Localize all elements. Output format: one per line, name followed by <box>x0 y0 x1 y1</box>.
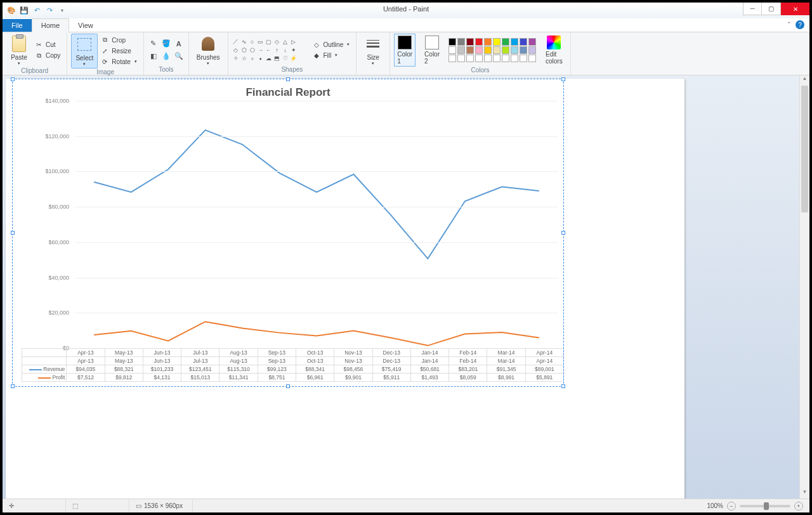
size-button[interactable]: Size ▾ <box>360 34 386 67</box>
edit-colors-icon <box>547 36 561 49</box>
fill-tool[interactable]: 🪣 <box>160 38 172 49</box>
fill-icon: ◆ <box>312 51 321 60</box>
tab-view[interactable]: View <box>69 19 102 32</box>
select-icon <box>77 38 91 51</box>
canvas-size: ▭1536 × 960px <box>129 499 193 512</box>
group-shapes: ／∿○▭▢◇△▷ ◇⬠⬡→←↑↓✦ ✧☆⬨⬧☁⬒♡⚡ ◇Outline▾ ◆Fi… <box>228 32 357 75</box>
color-swatch[interactable] <box>484 38 492 46</box>
color-swatch[interactable] <box>493 38 501 46</box>
text-tool[interactable]: A <box>173 38 185 49</box>
color-swatch-empty[interactable] <box>466 55 474 62</box>
workspace: Financial Report $0$20,000$40,000$60,000… <box>3 75 809 499</box>
zoom-controls: 100% − + <box>707 502 809 511</box>
color-swatch[interactable] <box>502 46 509 54</box>
size-icon <box>364 35 382 53</box>
color-swatch[interactable] <box>502 38 509 46</box>
tab-home[interactable]: Home <box>32 18 69 32</box>
tab-file[interactable]: File <box>3 19 32 32</box>
rotate-button[interactable]: ⟳Rotate▾ <box>98 56 139 67</box>
qat-dropdown-icon[interactable]: ▾ <box>57 6 67 16</box>
crop-button[interactable]: ⧉Crop <box>98 35 139 45</box>
selection-handle[interactable] <box>11 77 15 81</box>
color1-button[interactable]: Color 1 <box>394 34 416 67</box>
color-palette <box>449 38 537 62</box>
color-swatch-empty[interactable] <box>457 55 465 62</box>
color-swatch-empty[interactable] <box>475 55 483 62</box>
copy-button[interactable]: ⧉Copy <box>32 51 63 61</box>
ribbon-collapse-icon[interactable]: ⌃ <box>787 21 792 27</box>
pencil-tool[interactable]: ✎ <box>148 38 159 49</box>
select-button[interactable]: Select ▾ <box>71 34 98 68</box>
app-icon: 🎨 <box>6 6 16 16</box>
undo-icon[interactable]: ↶ <box>32 6 42 16</box>
quick-access-toolbar: 🎨 💾 ↶ ↷ ▾ <box>3 6 67 16</box>
color-swatch-empty[interactable] <box>502 55 509 62</box>
close-button[interactable]: ✕ <box>781 3 809 15</box>
selection-handle[interactable] <box>286 384 290 388</box>
zoom-out-button[interactable]: − <box>727 502 736 511</box>
selection-size: ⬚ <box>66 499 129 512</box>
copy-icon: ⧉ <box>34 51 43 60</box>
color2-button[interactable]: Color 2 <box>421 34 443 66</box>
canvas-size-icon: ▭ <box>136 502 141 509</box>
outline-icon: ◇ <box>312 40 321 49</box>
magnifier-tool[interactable]: 🔍 <box>173 51 185 62</box>
color-swatch-empty[interactable] <box>484 55 492 62</box>
fill-button[interactable]: ◆Fill▾ <box>310 50 353 60</box>
selection-handle[interactable] <box>11 231 15 235</box>
color-swatch[interactable] <box>493 46 501 54</box>
color-swatch[interactable] <box>457 46 465 54</box>
picker-tool[interactable]: 💧 <box>160 51 172 62</box>
resize-button[interactable]: ⤢Resize <box>98 46 139 56</box>
color-swatch[interactable] <box>466 46 474 54</box>
shapes-gallery[interactable]: ／∿○▭▢◇△▷ ◇⬠⬡→←↑↓✦ ✧☆⬨⬧☁⬒♡⚡ <box>232 38 306 62</box>
color-swatch-empty[interactable] <box>520 55 527 62</box>
color-swatch[interactable] <box>475 38 483 46</box>
color-swatch[interactable] <box>457 38 465 46</box>
cut-button[interactable]: ✂Cut <box>32 40 63 50</box>
selection-handle[interactable] <box>561 384 565 388</box>
selection-handle[interactable] <box>286 77 290 81</box>
color-swatch-empty[interactable] <box>449 55 456 62</box>
color-swatch-empty[interactable] <box>511 55 518 62</box>
window-controls: ─ ▢ ✕ <box>743 3 809 15</box>
brushes-button[interactable]: Brushes ▾ <box>193 34 224 67</box>
selection-marquee[interactable] <box>12 79 564 387</box>
color-swatch[interactable] <box>520 46 527 54</box>
color-swatch[interactable] <box>511 46 518 54</box>
selection-handle[interactable] <box>561 77 565 81</box>
status-bar: ✛ ⬚ ▭1536 × 960px 100% − + <box>3 499 809 512</box>
color-swatch[interactable] <box>475 46 483 54</box>
selection-size-icon: ⬚ <box>72 502 78 509</box>
outline-button[interactable]: ◇Outline▾ <box>310 39 353 49</box>
scrollbar-thumb[interactable] <box>801 86 808 212</box>
chevron-down-icon: ▾ <box>372 61 374 66</box>
zoom-in-button[interactable]: + <box>794 502 803 511</box>
group-brushes: Brushes ▾ . <box>189 32 228 75</box>
ribbon-tabs: File Home View ⌃ ? <box>3 18 809 32</box>
edit-colors-button[interactable]: Edit colors <box>542 34 566 66</box>
selection-handle[interactable] <box>561 231 565 235</box>
color-swatch[interactable] <box>449 38 456 46</box>
color-swatch[interactable] <box>528 46 536 54</box>
color-swatch-empty[interactable] <box>528 55 536 62</box>
maximize-button[interactable]: ▢ <box>762 3 781 15</box>
color-swatch[interactable] <box>520 38 527 46</box>
group-image: Select ▾ ⧉Crop ⤢Resize ⟳Rotate▾ Image <box>67 32 143 75</box>
help-icon[interactable]: ? <box>796 20 804 29</box>
minimize-button[interactable]: ─ <box>743 3 762 15</box>
color-swatch[interactable] <box>528 38 536 46</box>
color-swatch[interactable] <box>449 46 456 54</box>
color-swatch-empty[interactable] <box>493 55 501 62</box>
zoom-slider-knob[interactable] <box>764 502 769 510</box>
color-swatch[interactable] <box>466 38 474 46</box>
color-swatch[interactable] <box>511 38 518 46</box>
redo-icon[interactable]: ↷ <box>44 6 55 16</box>
selection-handle[interactable] <box>11 384 15 388</box>
paste-button[interactable]: Paste ▾ <box>6 34 32 67</box>
color-swatch[interactable] <box>484 46 492 54</box>
zoom-slider[interactable] <box>740 505 790 507</box>
save-icon[interactable]: 💾 <box>19 6 29 16</box>
vertical-scrollbar[interactable]: ▲ ▼ <box>799 75 809 499</box>
eraser-tool[interactable]: ◧ <box>148 51 159 62</box>
